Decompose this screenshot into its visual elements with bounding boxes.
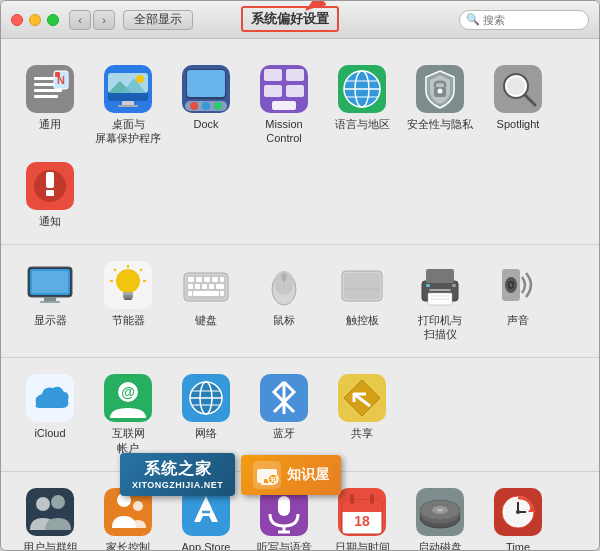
show-all-button[interactable]: 全部显示 — [123, 10, 193, 30]
back-button[interactable]: ‹ — [69, 10, 91, 30]
search-icon: 🔍 — [466, 13, 480, 26]
section-system: 用户与群组 家 — [1, 472, 599, 550]
svg-rect-29 — [272, 101, 296, 110]
search-input[interactable] — [483, 14, 582, 26]
svg-text:18: 18 — [354, 513, 370, 529]
svg-point-23 — [214, 102, 222, 110]
system-grid: 用户与群组 家 — [13, 480, 587, 550]
svg-rect-125 — [342, 508, 382, 512]
svg-point-81 — [281, 273, 287, 281]
svg-rect-66 — [196, 277, 202, 282]
titlebar: ‹ › 全部显示 系统偏好设置 — [1, 1, 599, 39]
icon-security[interactable]: 安全性与隐私 — [403, 57, 477, 150]
icon-general[interactable]: N 通用 — [13, 57, 87, 150]
icon-trackpad[interactable]: 触控板 — [325, 253, 399, 346]
sound-label: 声音 — [507, 313, 529, 327]
icon-appstore[interactable]: App Store — [169, 480, 243, 550]
svg-point-115 — [133, 501, 143, 511]
svg-text:@: @ — [121, 384, 135, 400]
svg-rect-27 — [264, 85, 282, 97]
svg-point-112 — [51, 495, 65, 509]
icon-users[interactable]: 用户与群组 — [13, 480, 87, 550]
svg-rect-68 — [212, 277, 218, 282]
svg-rect-73 — [209, 284, 214, 289]
displays-label: 显示器 — [34, 313, 67, 327]
printer-label: 打印机与扫描仪 — [418, 313, 462, 342]
icon-mission-control[interactable]: MissionControl — [247, 57, 321, 150]
maximize-button[interactable] — [47, 14, 59, 26]
svg-line-59 — [140, 269, 142, 271]
svg-rect-19 — [187, 70, 225, 97]
svg-point-16 — [136, 75, 144, 83]
svg-rect-5 — [34, 95, 58, 98]
svg-rect-126 — [350, 494, 354, 504]
svg-rect-70 — [188, 284, 193, 289]
spotlight-label: Spotlight — [497, 117, 540, 131]
content-area: N 通用 — [1, 39, 599, 550]
icloud-label: iCloud — [34, 426, 65, 440]
svg-point-22 — [202, 102, 210, 110]
svg-rect-76 — [188, 291, 192, 296]
icon-parental[interactable]: 家长控制 — [91, 480, 165, 550]
icon-notifications[interactable]: 通知 — [13, 154, 87, 232]
keyboard-label: 键盘 — [195, 313, 217, 327]
icon-desktop[interactable]: 桌面与屏幕保护程序 — [91, 57, 165, 150]
icon-dock[interactable]: Dock — [169, 57, 243, 150]
section-personal: N 通用 — [1, 49, 599, 245]
hardware-grid: 显示器 — [13, 253, 587, 346]
icon-displays[interactable]: 显示器 — [13, 253, 87, 346]
personal-grid: N 通用 — [13, 57, 587, 232]
icon-spotlight[interactable]: Spotlight — [481, 57, 555, 150]
svg-rect-8 — [55, 72, 60, 77]
svg-rect-119 — [278, 496, 290, 516]
bluetooth-label: 蓝牙 — [273, 426, 295, 440]
svg-rect-77 — [220, 291, 224, 296]
svg-point-54 — [116, 269, 140, 293]
svg-rect-47 — [46, 190, 54, 196]
icon-network[interactable]: 网络 — [169, 366, 243, 459]
svg-point-111 — [36, 497, 50, 511]
svg-rect-67 — [204, 277, 210, 282]
svg-rect-72 — [202, 284, 207, 289]
internet-grid: iCloud @ 互联网帐户 — [13, 366, 587, 459]
icon-dictation[interactable]: 听写与语音 — [247, 480, 321, 550]
internet-accounts-label: 互联网帐户 — [112, 426, 145, 455]
svg-rect-69 — [220, 277, 224, 282]
close-button[interactable] — [11, 14, 23, 26]
energy-label: 节能器 — [112, 313, 145, 327]
section-internet: iCloud @ 互联网帐户 — [1, 358, 599, 472]
icon-energy[interactable]: 节能器 — [91, 253, 165, 346]
svg-rect-65 — [188, 277, 194, 282]
svg-point-96 — [510, 283, 513, 287]
parental-label: 家长控制 — [106, 540, 150, 550]
svg-rect-25 — [264, 69, 282, 81]
icon-icloud[interactable]: iCloud — [13, 366, 87, 459]
svg-rect-71 — [195, 284, 200, 289]
svg-rect-75 — [193, 291, 219, 296]
icon-keyboard[interactable]: 键盘 — [169, 253, 243, 346]
users-label: 用户与群组 — [23, 540, 78, 550]
icon-bluetooth[interactable]: 蓝牙 — [247, 366, 321, 459]
language-label: 语言与地区 — [335, 117, 390, 131]
icon-startup[interactable]: 启动磁盘 — [403, 480, 477, 550]
search-box[interactable]: 🔍 — [459, 10, 589, 30]
icon-internet-accounts[interactable]: @ 互联网帐户 — [91, 366, 165, 459]
minimize-button[interactable] — [29, 14, 41, 26]
security-label: 安全性与隐私 — [407, 117, 473, 131]
forward-button[interactable]: › — [93, 10, 115, 30]
icon-timemachine[interactable]: Time Machine — [481, 480, 555, 550]
icon-sound[interactable]: 声音 — [481, 253, 555, 346]
icon-printer[interactable]: 打印机与扫描仪 — [403, 253, 477, 346]
mission-control-label: MissionControl — [265, 117, 302, 146]
svg-rect-89 — [426, 284, 430, 287]
sharing-label: 共享 — [351, 426, 373, 440]
general-label: 通用 — [39, 117, 61, 131]
svg-rect-13 — [118, 105, 138, 107]
svg-rect-26 — [286, 69, 304, 81]
icon-language[interactable]: 语言与地区 — [325, 57, 399, 150]
icon-mouse[interactable]: 鼠标 — [247, 253, 321, 346]
svg-rect-74 — [216, 284, 224, 289]
svg-rect-90 — [452, 284, 456, 287]
icon-datetime[interactable]: 18 日期与时间 — [325, 480, 399, 550]
icon-sharing[interactable]: 共享 — [325, 366, 399, 459]
